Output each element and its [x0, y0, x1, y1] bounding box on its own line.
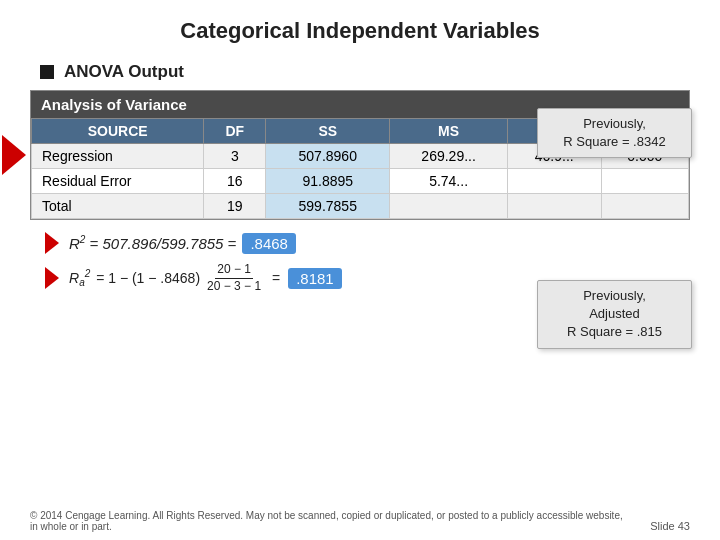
callout-r-square: Previously, R Square = .8342 [537, 108, 692, 158]
callout-line1: Previously, [583, 116, 646, 131]
callout2-line3: R Square = .815 [567, 324, 662, 339]
cell-source-1: Residual Error [32, 169, 204, 194]
cell-p-2 [601, 194, 689, 219]
page-title: Categorical Independent Variables [0, 0, 720, 54]
col-df: DF [204, 119, 266, 144]
callout-line2: R Square = .8342 [563, 134, 665, 149]
cell-f-2 [508, 194, 602, 219]
cell-ms-0: 269.29... [390, 144, 508, 169]
formula2-Ra: Ra2 [69, 268, 90, 288]
section-header: ANOVA Output [40, 62, 720, 82]
formula1-text: R2 = 507.896/599.7855 = [69, 234, 236, 252]
callout-adj-r-square: Previously, Adjusted R Square = .815 [537, 280, 692, 349]
col-ss: SS [266, 119, 390, 144]
formula2-value: .8181 [288, 268, 342, 289]
section-label: ANOVA Output [64, 62, 184, 82]
cell-ms-2 [390, 194, 508, 219]
slide-number: Slide 43 [650, 520, 690, 532]
cell-df-2: 19 [204, 194, 266, 219]
col-source: SOURCE [32, 119, 204, 144]
cell-ss-1: 91.8895 [266, 169, 390, 194]
formula2-fraction: 20 − 1 20 − 3 − 1 [202, 262, 266, 294]
anova-left-arrow [2, 135, 26, 175]
cell-df-0: 3 [204, 144, 266, 169]
formula2-eq1: = 1 − (1 − .8468) [92, 270, 200, 286]
col-ms: MS [390, 119, 508, 144]
cell-ss-0: 507.8960 [266, 144, 390, 169]
cell-df-1: 16 [204, 169, 266, 194]
formula1-row: R2 = 507.896/599.7855 = .8468 [45, 232, 690, 254]
cell-source-0: Regression [32, 144, 204, 169]
formula2-arrow [45, 267, 59, 289]
bullet-icon [40, 65, 54, 79]
formula1-arrow [45, 232, 59, 254]
callout2-line1: Previously, [583, 288, 646, 303]
cell-f-1 [508, 169, 602, 194]
formula2-eq2: = [268, 270, 280, 286]
callout2-line2: Adjusted [589, 306, 640, 321]
formula1-value: .8468 [242, 233, 296, 254]
footer-text: © 2014 Cengage Learning. All Rights Rese… [30, 510, 630, 532]
cell-source-2: Total [32, 194, 204, 219]
table-row: Residual Error 16 91.8895 5.74... [32, 169, 689, 194]
cell-ms-1: 5.74... [390, 169, 508, 194]
table-row: Total 19 599.7855 [32, 194, 689, 219]
cell-p-1 [601, 169, 689, 194]
cell-ss-2: 599.7855 [266, 194, 390, 219]
formula2-container: Ra2 = 1 − (1 − .8468) 20 − 1 20 − 3 − 1 … [69, 262, 342, 294]
